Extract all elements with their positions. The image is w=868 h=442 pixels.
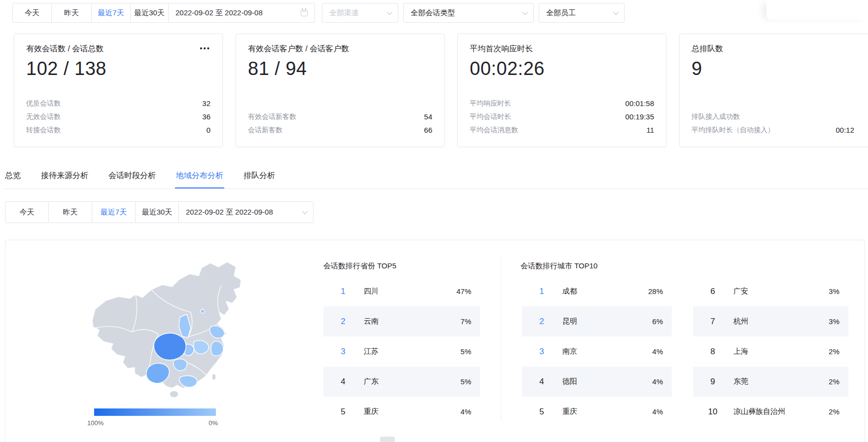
more-menu-icon[interactable]: ••• [200,46,210,51]
tab-reception-source[interactable]: 接待来源分析 [40,171,89,188]
rank-percent: 2% [829,347,839,356]
card-sub-row: 优质会话数 32 [26,97,210,110]
range-last7days-button[interactable]: 最近7天 [91,3,131,23]
rank-percent: 3% [829,287,839,295]
rank-number: 1 [335,287,351,296]
range-last30days-button[interactable]: 最近30天 [130,3,169,23]
card-sub-row: 平均响应时长 00:01:58 [470,97,654,110]
sub-value: 54 [424,112,432,121]
date-quick-filter-bar: 今天 昨天 最近7天 最近30天 2022-09-02 至 2022-09-08 [12,3,315,23]
tab-queue-analysis[interactable]: 排队分析 [243,171,276,188]
card-sub-rows: 优质会话数 32 无效会话数 36 转接会话数 0 [26,97,210,137]
rank-name: 广东 [364,377,379,386]
rank-percent: 2% [829,407,839,416]
city-rank-row: 9 东莞 2% [693,367,848,397]
sub-value: 66 [424,126,432,134]
rank-percent: 6% [652,317,663,326]
sub-label: 平均会话时长 [470,112,511,121]
rank-name: 江苏 [364,347,379,356]
stat-card-queue: 总排队数 9 排队接入成功数 平均排队时长（自动接入） 00:12 [679,34,868,147]
sub-value: 0 [207,126,210,134]
card-sub-row: 排队接入成功数 [692,110,868,123]
stat-card-sessions: 有效会话数 / 会话总数 ••• 102 / 138 优质会话数 32 无效会话… [14,34,223,147]
range-yesterday-button[interactable]: 昨天 [48,201,92,223]
section-divider [501,257,501,421]
sub-value: 11 [646,126,654,134]
chevron-down-icon [387,9,392,15]
range-last30days-button[interactable]: 最近30天 [135,201,179,223]
rank-number: 5 [335,407,351,417]
card-sub-row: 会话新客数 66 [248,123,432,137]
card-sub-row: 平均排队时长（自动接入） 00:12 [692,123,868,137]
city-rank-row: 10 凉山彝族自治州 2% [693,397,848,427]
sub-label: 平均响应时长 [470,99,511,108]
sub-value: 00:19:35 [625,112,654,121]
sub-label: 无效会话数 [26,112,61,121]
city-rank-title: 会话数排行城市 TOP10 [521,261,597,271]
rank-number: 2 [534,317,550,327]
city-rank-list-col1: 1 成都 28% 2 昆明 6% 3 南京 4% 4 德阳 4% 5 重庆 [522,276,672,427]
card-sub-rows: 排队接入成功数 平均排队时长（自动接入） 00:12 [692,110,868,137]
session-type-filter-dropdown[interactable]: 全部会话类型 [403,3,534,23]
session-type-filter-value: 全部会话类型 [411,8,455,18]
card-value: 102 / 138 [26,58,210,79]
tab-session-period[interactable]: 会话时段分析 [107,171,157,188]
rank-number: 3 [335,347,351,357]
card-title: 有效会话数 / 会话总数 [26,44,210,54]
sub-value: 32 [202,99,210,108]
sub-value: 00:01:58 [625,99,654,108]
city-rank-list-col2: 6 广安 3% 7 杭州 3% 8 上海 2% 9 东莞 2% 10 凉山彝族自 [693,276,848,427]
city-rank-row: 8 上海 2% [693,336,848,367]
range-today-button[interactable]: 今天 [12,3,52,23]
stat-card-response-time: 平均首次响应时长 00:02:26 平均响应时长 00:01:58 平均会话时长… [457,34,666,147]
sub-label: 会话新客数 [248,126,282,135]
channel-filter-dropdown[interactable]: 全部渠道 [322,3,398,23]
rank-number: 5 [534,407,550,417]
region-distribution-panel: 100% 0% 会话数排行省份 TOP5 1 四川 47% 2 云南 7% 3 … [5,240,865,442]
legend-gradient-bar [94,408,216,416]
staff-filter-dropdown[interactable]: 全部员工 [539,3,625,23]
region-date-filter-bar: 今天 昨天 最近7天 最近30天 2022-09-02 至 2022-09-08 [5,201,313,223]
rank-name: 南京 [562,347,577,356]
china-map[interactable] [77,254,251,400]
rank-number: 6 [705,287,721,296]
card-sub-row: 平均会话时长 00:19:35 [470,110,654,123]
chevron-down-icon [613,9,619,15]
range-last7days-button[interactable]: 最近7天 [92,201,136,223]
china-map-svg [77,254,251,400]
rank-name: 广安 [733,287,748,296]
channel-filter-value: 全部渠道 [329,8,359,18]
stat-card-customers: 有效会话客户数 / 会话客户数 81 / 94 有效会话新客数 54 会话新客数… [236,34,445,147]
chevron-down-icon [302,209,308,214]
rank-percent: 4% [652,377,663,386]
rank-number: 10 [705,407,721,417]
province-rank-row: 2 云南 7% [323,306,480,336]
rank-number: 7 [705,317,721,327]
card-sub-row: 平均会话消息数 11 [470,123,654,137]
sub-label: 平均排队时长（自动接入） [692,126,774,135]
tab-overview[interactable]: 总览 [4,171,22,188]
analysis-tabs: 总览 接待来源分析 会话时段分析 地域分布分析 排队分析 [4,167,868,189]
sub-value: 36 [202,112,210,121]
date-range-picker[interactable]: 2022-09-02 至 2022-09-08 [178,201,313,223]
rank-name: 德阳 [562,377,577,386]
legend-max-label: 100% [87,419,104,427]
rank-percent: 47% [456,287,471,295]
rank-number: 1 [534,287,550,296]
rank-percent: 28% [648,287,663,295]
range-today-button[interactable]: 今天 [5,201,49,223]
floating-panel-edge [766,0,868,20]
map-color-legend: 100% 0% [94,408,216,429]
date-range-picker[interactable]: 2022-09-02 至 2022-09-08 [168,3,315,23]
sub-label: 有效会话新客数 [248,112,296,121]
tab-region-distribution[interactable]: 地域分布分析 [175,171,224,188]
sub-label: 平均会话消息数 [470,126,518,135]
range-yesterday-button[interactable]: 昨天 [51,3,92,23]
province-rank-row: 5 重庆 4% [323,397,480,427]
city-rank-row: 7 杭州 3% [693,306,848,336]
rank-name: 四川 [364,287,379,296]
calendar-icon [301,10,308,16]
city-rank-row: 4 德阳 4% [522,367,672,397]
city-rank-row: 6 广安 3% [693,276,848,306]
rank-percent: 7% [460,317,471,326]
